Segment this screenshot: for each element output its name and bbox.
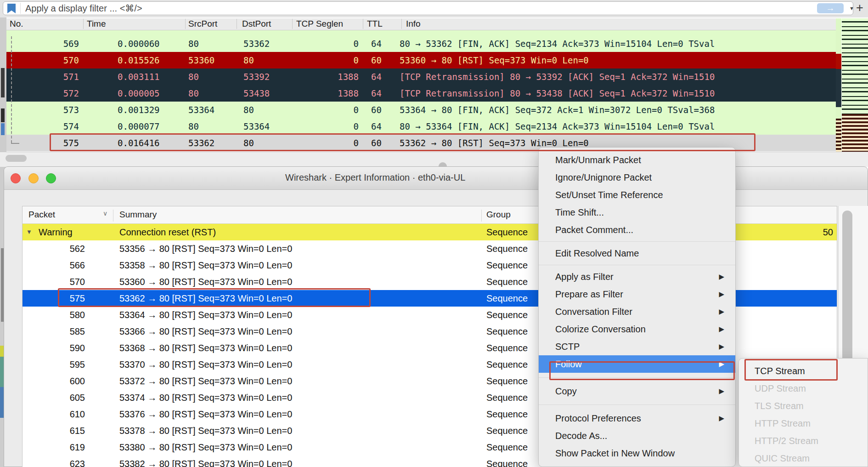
menu-item-show-packet-in-new-window[interactable]: Show Packet in New Window (539, 444, 735, 462)
col-dstport[interactable]: DstPort (242, 19, 271, 29)
submenu-arrow-icon: ▶ (719, 303, 724, 320)
display-filter-input[interactable] (24, 2, 750, 15)
cell-summary: 53376 → 80 [RST] Seq=373 Win=0 Len=0 (119, 406, 292, 422)
cell-srcport: 80 (188, 68, 199, 85)
bookmark-icon[interactable] (7, 4, 16, 13)
cell-srcport: 53364 (188, 102, 214, 118)
cell-time: 0.000060 (118, 35, 160, 52)
minimap-color-column (836, 18, 841, 152)
table-row[interactable]: 570 0.015526 53360 80 0 60 53360 → 80 [R… (6, 52, 836, 68)
menu-item-time-shift[interactable]: Time Shift... (539, 204, 735, 221)
expand-triangle-icon[interactable]: ▼ (26, 224, 32, 240)
col-group[interactable]: Group (486, 210, 511, 220)
menu-item-prepare-as-filter[interactable]: Prepare as Filter▶ (539, 285, 735, 303)
col-info[interactable]: Info (406, 19, 421, 29)
col-no[interactable]: No. (10, 19, 23, 29)
col-packet[interactable]: Packet (28, 210, 55, 220)
cell-seglen: 0 (286, 52, 359, 68)
close-button[interactable] (11, 173, 21, 183)
cell-seglen: 0 (286, 102, 359, 118)
submenu-arrow-icon: ▶ (719, 410, 724, 427)
cell-group: Sequence (486, 273, 528, 290)
window-titlebar[interactable]: Wireshark · Expert Information · eth0-vi… (4, 167, 868, 190)
menu-separator (539, 404, 735, 405)
cell-ttl: 60 (371, 52, 382, 68)
cell-dstport: 80 (243, 52, 254, 68)
submenu-item-udp-stream: UDP Stream (739, 380, 868, 397)
menu-item-packet-comment[interactable]: Packet Comment... (539, 221, 735, 239)
table-row[interactable]: 571 0.003111 80 53392 1388 64 [TCP Retra… (6, 68, 836, 85)
cell-packet: 615 (23, 422, 85, 439)
apply-filter-button[interactable]: → (817, 3, 844, 13)
cell-dstport: 53364 (243, 118, 270, 135)
wireshark-screen: → ▼ + No. Time SrcPort DstPort TCP Segle… (0, 0, 868, 467)
menu-item-time-reference[interactable]: Set/Unset Time Reference (539, 186, 735, 204)
menu-item-sctp[interactable]: SCTP▶ (539, 338, 735, 355)
cell-group: Sequence (486, 307, 528, 323)
add-filter-button[interactable]: + (856, 1, 863, 15)
cell-packet: 605 (23, 389, 85, 406)
table-row[interactable]: 569 0.000060 80 53362 0 64 80 → 53362 [F… (6, 35, 836, 52)
horizontal-scrollbar-thumb[interactable] (6, 155, 27, 162)
table-row[interactable]: 574 0.000077 80 53364 0 64 80 → 53364 [F… (6, 118, 836, 135)
filter-toolbar: → ▼ (0, 0, 868, 17)
menu-item-apply-as-filter[interactable]: Apply as Filter▶ (539, 268, 735, 285)
cell-packet: 585 (23, 323, 85, 340)
submenu-arrow-icon: ▶ (719, 285, 724, 303)
cell-dstport: 80 (243, 102, 254, 118)
cell-time: 0.015526 (118, 52, 160, 68)
cell-summary: 53378 → 80 [RST] Seq=373 Win=0 Len=0 (119, 422, 292, 439)
menu-item-colorize-conversation[interactable]: Colorize Conversation▶ (539, 320, 735, 338)
table-row[interactable]: 572 0.000005 80 53438 1388 64 [TCP Retra… (6, 85, 836, 102)
menu-item-protocol-preferences[interactable]: Protocol Preferences▶ (539, 410, 735, 427)
cell-ttl: 64 (371, 68, 382, 85)
packet-list-header[interactable]: No. Time SrcPort DstPort TCP Seglen TTL … (6, 18, 836, 30)
sort-chevron-icon: ∨ (103, 210, 107, 217)
table-row-partial[interactable] (6, 30, 836, 35)
splitter-strip (0, 152, 868, 167)
packet-minimap-scrollbar[interactable] (836, 18, 868, 152)
cell-group: Sequence (486, 406, 528, 422)
cell-summary: 53364 → 80 [RST] Seq=373 Win=0 Len=0 (119, 307, 292, 323)
cell-group: Sequence (486, 240, 528, 257)
menu-item-edit-resolved-name[interactable]: Edit Resolved Name (539, 245, 735, 262)
cell-group: Sequence (486, 257, 528, 273)
cell-info: [TCP Retransmission] 80 → 53392 [ACK] Se… (400, 68, 715, 85)
col-time[interactable]: Time (87, 19, 106, 29)
cell-dstport: 53362 (243, 35, 270, 52)
cell-packet: 570 (23, 273, 85, 290)
divider (363, 19, 363, 29)
cell-group: Sequence (486, 290, 528, 307)
cell-group: Sequence (486, 389, 528, 406)
submenu-arrow-icon: ▶ (719, 382, 724, 400)
display-filter-field[interactable]: → ▼ (3, 1, 853, 15)
cell-time: 0.001329 (118, 102, 160, 118)
submenu-arrow-icon: ▶ (719, 320, 724, 338)
cell-seglen: 1388 (286, 85, 359, 102)
cell-packet: 562 (23, 240, 85, 257)
cell-group: Sequence (486, 356, 528, 373)
menu-item-decode-as[interactable]: Decode As... (539, 427, 735, 444)
menu-item-ignore-unignore[interactable]: Ignore/Unignore Packet (539, 169, 735, 186)
filter-dropdown-caret-icon[interactable]: ▼ (849, 6, 854, 11)
menu-item-copy[interactable]: Copy▶ (539, 382, 735, 400)
col-summary[interactable]: Summary (119, 210, 157, 220)
menu-separator (539, 265, 735, 265)
zoom-button[interactable] (46, 173, 56, 183)
cell-summary: 53370 → 80 [RST] Seq=373 Win=0 Len=0 (119, 356, 292, 373)
menu-item-conversation-filter[interactable]: Conversation Filter▶ (539, 303, 735, 320)
cell-group: Sequence (486, 340, 528, 356)
table-row[interactable]: 573 0.001329 53364 80 0 60 53364 → 80 [F… (6, 102, 836, 118)
col-ttl[interactable]: TTL (367, 19, 383, 29)
cell-no: 569 (6, 35, 79, 52)
severity-label: Warning (39, 224, 73, 240)
submenu-item-quic-stream: QUIC Stream (739, 450, 868, 467)
cell-srcport: 53360 (188, 52, 214, 68)
cell-group: Sequence (486, 439, 528, 456)
cell-summary: 53358 → 80 [RST] Seq=373 Win=0 Len=0 (119, 257, 292, 273)
minimize-button[interactable] (28, 173, 39, 183)
cell-no: 570 (6, 52, 79, 68)
col-srcport[interactable]: SrcPort (188, 19, 217, 29)
col-seglen[interactable]: TCP Seglen (296, 19, 343, 29)
menu-item-mark-unmark[interactable]: Mark/Unmark Packet (539, 151, 735, 169)
